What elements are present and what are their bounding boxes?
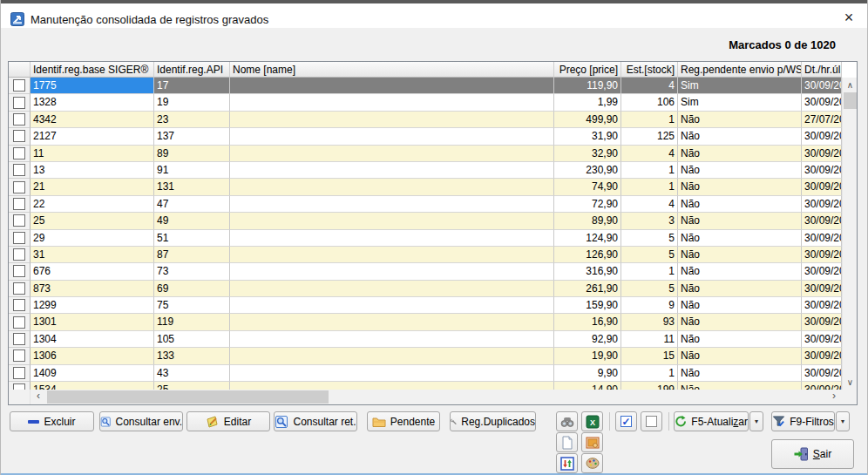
cell-siger: 873 xyxy=(31,281,154,297)
table-row[interactable]: 2951124,905Não30/09/20 xyxy=(9,230,842,247)
cell-dt: 30/09/20 xyxy=(802,365,842,382)
edit-icon xyxy=(206,415,220,429)
scroll-up-icon[interactable]: ∧ xyxy=(843,78,858,92)
row-checkbox[interactable] xyxy=(13,349,25,362)
row-checkbox[interactable] xyxy=(13,97,25,109)
table-row[interactable]: 3187126,905Não30/09/20 xyxy=(9,247,842,263)
table-row[interactable]: 67673316,901Não30/09/20 xyxy=(9,263,842,280)
records-grid: Identif.reg.base SIGER®Identif.reg.APINo… xyxy=(8,61,858,405)
excluir-button[interactable]: Excluir xyxy=(10,411,94,431)
cell-pend: Não xyxy=(678,331,802,348)
cell-est: 4 xyxy=(621,78,678,94)
close-icon[interactable]: × xyxy=(834,7,864,28)
table-row[interactable]: 129975159,909Não30/09/20 xyxy=(9,297,842,314)
vertical-scroll-thumb[interactable] xyxy=(844,92,857,109)
table-row[interactable]: 224772,904Não30/09/20 xyxy=(9,196,842,213)
palette-button[interactable] xyxy=(581,453,603,473)
new-document-button[interactable] xyxy=(556,432,578,452)
table-row[interactable]: 212713731,90125Não30/09/20 xyxy=(9,128,842,145)
scroll-left-icon[interactable]: ‹ xyxy=(31,390,46,404)
consultar-env-button[interactable]: Consultar env. xyxy=(99,411,183,431)
binoculars-button[interactable] xyxy=(556,411,578,431)
table-row[interactable]: 130111916,9093Não30/09/20 xyxy=(9,314,842,330)
row-checkbox[interactable] xyxy=(13,282,25,295)
row-checkbox[interactable] xyxy=(13,198,25,210)
row-checkbox[interactable] xyxy=(13,113,25,126)
row-checkbox[interactable] xyxy=(13,130,25,142)
row-checkbox[interactable] xyxy=(13,232,25,244)
cell-est: 5 xyxy=(621,247,678,263)
cell-est: 106 xyxy=(621,94,678,111)
scroll-down-icon[interactable]: ∨ xyxy=(843,375,858,390)
row-checkbox[interactable] xyxy=(13,248,25,261)
row-checkbox[interactable] xyxy=(13,164,25,176)
uncheck-all-button[interactable] xyxy=(641,411,662,431)
table-row[interactable]: 15342514,90199Não30/09/20 xyxy=(9,382,842,390)
row-checkbox[interactable] xyxy=(13,383,25,390)
consultar-ret-button[interactable]: Consultar ret. xyxy=(274,411,357,431)
refresh-icon xyxy=(675,415,687,428)
table-row[interactable]: 1391230,901Não30/09/20 xyxy=(9,162,842,179)
cell-siger: 1775 xyxy=(31,78,154,94)
reg-duplicados-button[interactable]: Reg.Duplicados xyxy=(450,411,536,431)
table-row[interactable]: 87369261,905Não30/09/20 xyxy=(9,281,842,297)
column-header[interactable]: Reg.pendente envio p/WS xyxy=(678,62,802,78)
table-row[interactable]: 434223499,901Não27/07/20 xyxy=(9,112,842,128)
cell-preco: 499,90 xyxy=(554,112,621,128)
column-header[interactable]: Identif.reg.base SIGER® xyxy=(31,62,154,78)
pendente-button[interactable]: Pendente xyxy=(367,411,440,431)
sort-button[interactable] xyxy=(556,453,578,473)
editar-button[interactable]: Editar xyxy=(186,411,270,431)
table-row[interactable]: 130410592,9011Não30/09/20 xyxy=(9,331,842,348)
dropdown-icon: ▾ xyxy=(841,417,844,425)
row-checkbox[interactable] xyxy=(13,299,25,311)
cell-est: 125 xyxy=(621,128,678,145)
row-checkbox[interactable] xyxy=(13,367,25,379)
table-row[interactable]: 1409439,901Não30/09/20 xyxy=(9,365,842,382)
row-checkbox[interactable] xyxy=(13,79,25,92)
column-header[interactable]: Nome [name] xyxy=(230,62,554,78)
table-row[interactable]: 177517119,904Sim30/09/20 xyxy=(9,78,842,94)
media-button[interactable] xyxy=(581,432,603,452)
row-checkbox-cell xyxy=(9,382,31,390)
f5-atualizar-button[interactable]: F5-Atualizar xyxy=(674,411,749,431)
table-row[interactable]: 130613319,9015Não30/09/20 xyxy=(9,348,842,364)
row-checkbox[interactable] xyxy=(13,181,25,193)
horizontal-scrollbar[interactable]: ‹ › xyxy=(9,390,857,404)
cell-dt: 30/09/20 xyxy=(802,281,842,297)
export-excel-button[interactable]: X xyxy=(581,411,603,431)
f5-dropdown-button[interactable]: ▾ xyxy=(749,411,763,431)
cell-pend: Não xyxy=(678,196,802,213)
check-all-button[interactable]: ✓ xyxy=(615,411,637,431)
vertical-scrollbar[interactable]: ∧ ∨ xyxy=(842,78,857,390)
row-checkbox[interactable] xyxy=(13,147,25,159)
table-row[interactable]: 118932,904Não30/09/20 xyxy=(9,146,842,162)
cell-siger: 1306 xyxy=(31,348,154,364)
toolbar-divider xyxy=(668,412,669,431)
table-row[interactable]: 1328191,99106Sim30/09/20 xyxy=(9,94,842,111)
column-header[interactable]: Est.[stock] xyxy=(621,62,678,78)
row-checkbox[interactable] xyxy=(13,265,25,277)
cell-siger: 4342 xyxy=(31,112,154,128)
scroll-right-icon[interactable]: › xyxy=(826,390,842,404)
cell-siger: 1409 xyxy=(31,365,154,382)
f9-filtros-button[interactable]: F9-Filtros xyxy=(771,411,835,431)
row-checkbox[interactable] xyxy=(13,214,25,227)
cell-nome xyxy=(230,230,554,247)
column-header[interactable]: Identif.reg.API xyxy=(154,62,230,78)
sair-button[interactable]: Sair xyxy=(771,439,854,469)
cell-dt: 30/09/20 xyxy=(802,128,842,145)
table-row[interactable]: 254989,903Não30/09/20 xyxy=(9,213,842,229)
f9-dropdown-button[interactable]: ▾ xyxy=(836,411,850,431)
toolbar-divider xyxy=(609,412,610,431)
column-header[interactable]: Dt./hr.úl xyxy=(802,62,842,78)
cell-dt: 30/09/20 xyxy=(802,196,842,213)
table-row[interactable]: 2113174,901Não30/09/20 xyxy=(9,179,842,195)
row-checkbox[interactable] xyxy=(13,333,25,345)
horizontal-scroll-thumb[interactable] xyxy=(47,390,329,404)
column-header[interactable]: Preço [price] xyxy=(554,62,621,78)
row-checkbox-cell xyxy=(9,213,31,229)
column-header[interactable] xyxy=(9,62,31,78)
row-checkbox[interactable] xyxy=(13,316,25,329)
binoculars-icon xyxy=(560,416,574,428)
